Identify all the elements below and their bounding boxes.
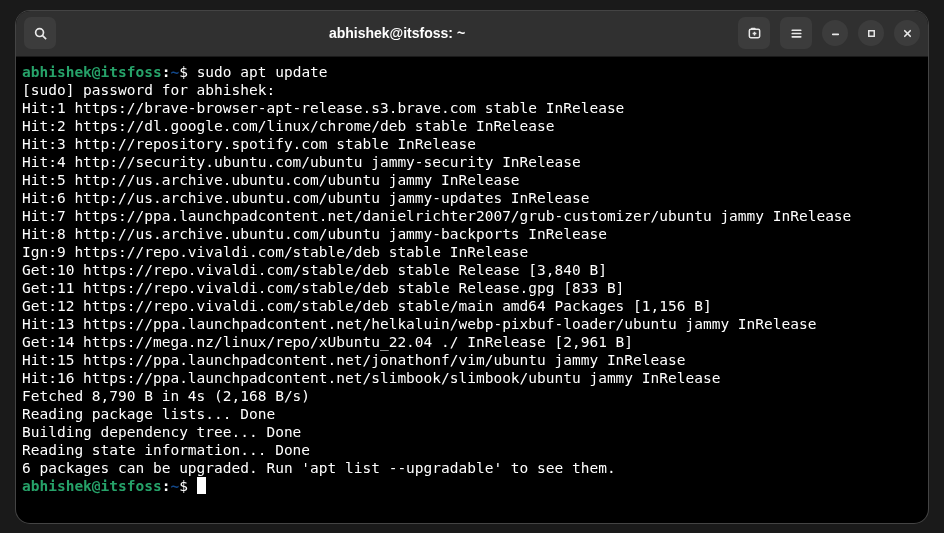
output-line: Hit:6 http://us.archive.ubuntu.com/ubunt… bbox=[22, 189, 922, 207]
maximize-button[interactable] bbox=[858, 20, 884, 46]
command-text: sudo apt update bbox=[197, 64, 328, 80]
output-line: 6 packages can be upgraded. Run 'apt lis… bbox=[22, 459, 922, 477]
output-line: Hit:1 https://brave-browser-apt-release.… bbox=[22, 99, 922, 117]
svg-rect-10 bbox=[868, 30, 874, 36]
prompt-line-2: abhishek@itsfoss:~$ bbox=[22, 477, 922, 495]
output-line: Hit:13 https://ppa.launchpadcontent.net/… bbox=[22, 315, 922, 333]
svg-rect-3 bbox=[750, 27, 755, 29]
window-title: abhishek@itsfoss: ~ bbox=[64, 25, 730, 41]
search-button[interactable] bbox=[24, 17, 56, 49]
prompt-user-host: abhishek@itsfoss bbox=[22, 64, 162, 80]
output-line: Building dependency tree... Done bbox=[22, 423, 922, 441]
output-line: Hit:15 https://ppa.launchpadcontent.net/… bbox=[22, 351, 922, 369]
output-line: Reading package lists... Done bbox=[22, 405, 922, 423]
svg-point-0 bbox=[35, 28, 43, 36]
output-line: Hit:5 http://us.archive.ubuntu.com/ubunt… bbox=[22, 171, 922, 189]
output-line: Get:12 https://repo.vivaldi.com/stable/d… bbox=[22, 297, 922, 315]
cursor-icon bbox=[197, 477, 206, 494]
prompt-line-1: abhishek@itsfoss:~$ sudo apt update bbox=[22, 63, 922, 81]
menu-button[interactable] bbox=[780, 17, 812, 49]
output-line: Ign:9 https://repo.vivaldi.com/stable/de… bbox=[22, 243, 922, 261]
output-line: [sudo] password for abhishek: bbox=[22, 81, 922, 99]
output-line: Hit:2 https://dl.google.com/linux/chrome… bbox=[22, 117, 922, 135]
minimize-button[interactable] bbox=[822, 20, 848, 46]
close-button[interactable] bbox=[894, 20, 920, 46]
output-line: Hit:7 https://ppa.launchpadcontent.net/d… bbox=[22, 207, 922, 225]
output-line: Get:11 https://repo.vivaldi.com/stable/d… bbox=[22, 279, 922, 297]
new-tab-button[interactable] bbox=[738, 17, 770, 49]
terminal-window: abhishek@itsfoss: ~ bbox=[16, 11, 928, 523]
output-line: Reading state information... Done bbox=[22, 441, 922, 459]
terminal-body[interactable]: abhishek@itsfoss:~$ sudo apt update[sudo… bbox=[16, 57, 928, 523]
svg-line-1 bbox=[42, 35, 46, 39]
output-line: Hit:4 http://security.ubuntu.com/ubuntu … bbox=[22, 153, 922, 171]
output-line: Hit:3 http://repository.spotify.com stab… bbox=[22, 135, 922, 153]
prompt-path: ~ bbox=[170, 64, 179, 80]
output-line: Get:10 https://repo.vivaldi.com/stable/d… bbox=[22, 261, 922, 279]
output-line: Get:14 https://mega.nz/linux/repo/xUbunt… bbox=[22, 333, 922, 351]
output-line: Fetched 8,790 B in 4s (2,168 B/s) bbox=[22, 387, 922, 405]
output-line: Hit:16 https://ppa.launchpadcontent.net/… bbox=[22, 369, 922, 387]
output-line: Hit:8 http://us.archive.ubuntu.com/ubunt… bbox=[22, 225, 922, 243]
titlebar: abhishek@itsfoss: ~ bbox=[16, 11, 928, 57]
